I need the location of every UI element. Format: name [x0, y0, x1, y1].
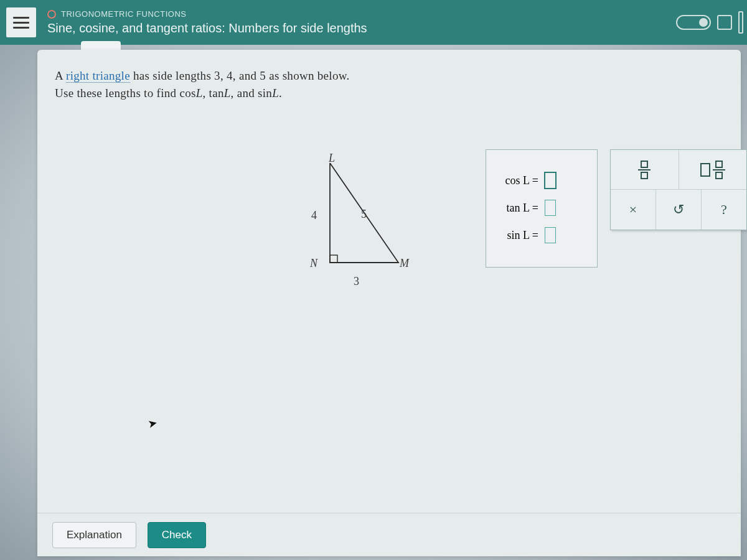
- vertex-N: N: [310, 257, 317, 270]
- cos-input[interactable]: [545, 172, 556, 189]
- reset-tool[interactable]: ↺: [656, 190, 702, 230]
- problem-statement: A right triangle has side lengths 3, 4, …: [55, 67, 723, 101]
- life-pill-icon: [676, 15, 711, 30]
- reset-icon: ↺: [673, 202, 684, 218]
- help-icon: ?: [721, 202, 727, 218]
- svg-rect-0: [330, 255, 337, 263]
- txt: has side lengths 3, 4, and 5 as shown be…: [130, 69, 350, 82]
- clear-tool[interactable]: ×: [611, 190, 656, 230]
- help-tool[interactable]: ?: [702, 190, 746, 230]
- txt: A: [55, 69, 66, 82]
- life-bar-icon: [738, 11, 743, 34]
- txt: , and sin: [231, 86, 273, 100]
- category-label: TRIGONOMETRIC FUNCTIONS: [47, 9, 367, 19]
- page-title: Sine, cosine, and tangent ratios: Number…: [47, 21, 367, 35]
- math-toolbox: × ↺ ?: [610, 149, 747, 230]
- tan-input[interactable]: [545, 200, 556, 216]
- life-square-icon: [717, 15, 732, 30]
- txt: Use these lengths to find cos: [55, 86, 196, 100]
- txt: , tan: [203, 86, 224, 100]
- sin-input[interactable]: [545, 227, 556, 243]
- triangle-figure: L N M 4 5 3: [280, 156, 430, 299]
- answer-panel: cos L = tan L = sin L =: [486, 149, 598, 268]
- glossary-link-right-triangle[interactable]: right triangle: [66, 69, 130, 83]
- lives-indicator: [676, 11, 747, 34]
- cursor-icon: ➤: [147, 416, 159, 432]
- side-length-4: 4: [311, 209, 317, 222]
- times-icon: ×: [629, 202, 637, 218]
- sin-label: sin L =: [495, 229, 538, 242]
- content-card: A right triangle has side lengths 3, 4, …: [37, 50, 741, 556]
- side-length-3: 3: [354, 275, 359, 288]
- header-bar: TRIGONOMETRIC FUNCTIONS Sine, cosine, an…: [0, 0, 747, 45]
- txt: L: [224, 86, 231, 100]
- txt: L: [196, 86, 203, 100]
- cos-label: cos L =: [495, 174, 538, 187]
- fraction-icon: [638, 161, 651, 179]
- explanation-button[interactable]: Explanation: [52, 522, 136, 548]
- txt: L: [272, 86, 279, 100]
- vertex-M: M: [400, 257, 409, 270]
- category-text: TRIGONOMETRIC FUNCTIONS: [61, 9, 186, 19]
- vertex-L: L: [329, 152, 335, 165]
- side-length-5: 5: [361, 208, 367, 221]
- ring-icon: [47, 10, 56, 19]
- txt: .: [279, 86, 282, 100]
- fraction-tool[interactable]: [611, 150, 679, 190]
- mixed-number-icon: [700, 161, 725, 179]
- check-button[interactable]: Check: [148, 522, 206, 548]
- tan-label: tan L =: [495, 202, 538, 215]
- mixed-number-tool[interactable]: [679, 150, 747, 190]
- footer-bar: Explanation Check: [37, 513, 741, 556]
- hamburger-menu-button[interactable]: [6, 7, 36, 37]
